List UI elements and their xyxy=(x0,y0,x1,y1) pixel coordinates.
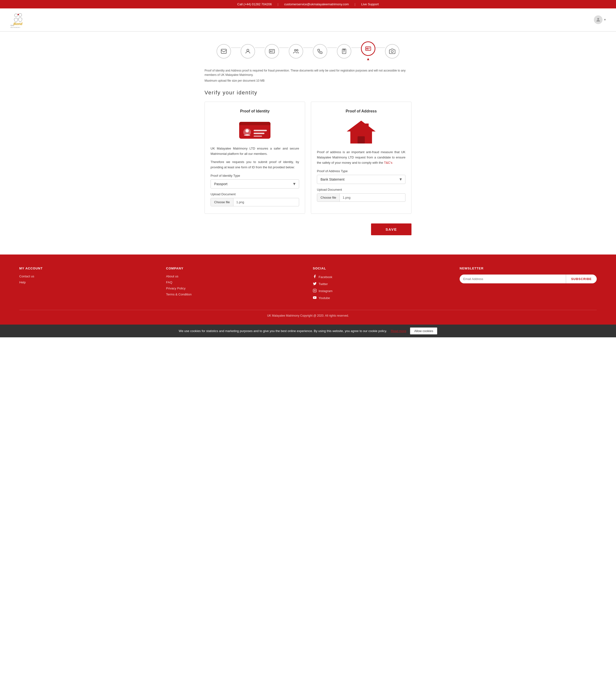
cards-container: Proof of Identity xyxy=(205,102,411,214)
connector-3 xyxy=(279,47,289,48)
svg-point-5 xyxy=(597,18,599,20)
user-avatar xyxy=(594,15,603,24)
cookie-read-more[interactable]: Read more xyxy=(391,329,406,333)
chevron-down-icon: ▼ xyxy=(604,18,606,22)
proof-address-icon xyxy=(317,118,406,145)
svg-rect-23 xyxy=(253,135,262,137)
proof-address-title: Proof of Address xyxy=(317,109,406,114)
top-bar: Call (+44) 01282 704206 | customerservic… xyxy=(0,0,616,8)
footer-link-terms[interactable]: Terms & Condition xyxy=(166,293,303,296)
instagram-icon xyxy=(313,289,317,293)
connector-5 xyxy=(327,47,337,48)
svg-rect-27 xyxy=(357,136,365,143)
identity-type-label: Proof of Identity Type xyxy=(210,174,299,177)
social-twitter[interactable]: Twitter xyxy=(313,282,450,286)
svg-point-15 xyxy=(391,51,393,53)
phone-number: Call (+44) 01282 704206 xyxy=(237,2,272,6)
divider1: | xyxy=(278,2,278,6)
footer-link-help[interactable]: Help xyxy=(19,281,157,284)
step-circle-camera xyxy=(385,44,400,59)
footer-link-contact[interactable]: Contact us xyxy=(19,274,157,278)
svg-rect-22 xyxy=(253,133,265,134)
identity-file-input: Choose file 1.png xyxy=(210,198,299,206)
footer-newsletter-title: NEWSLETTER xyxy=(459,266,597,270)
twitter-label: Twitter xyxy=(318,282,328,286)
connector-4 xyxy=(303,47,313,48)
address-choose-file-btn[interactable]: Choose file xyxy=(317,194,340,201)
step-phone xyxy=(313,44,327,59)
social-facebook[interactable]: Facebook xyxy=(313,274,450,279)
subscribe-button[interactable]: SUBSCRIBE xyxy=(566,274,597,283)
footer-company-title: COMPANY xyxy=(166,266,303,270)
section-title: Verify your identity xyxy=(205,90,411,96)
address-file-input: Choose file 1.png xyxy=(317,193,406,202)
save-container: SAVE xyxy=(205,223,411,235)
main-content: ▲ Proof of identity and Address proof is… xyxy=(200,32,416,255)
footer: MY ACCOUNT Contact us Help COMPANY About… xyxy=(0,255,616,325)
identity-desc1: UK Malayalee Matrimony LTD ensures a saf… xyxy=(210,146,299,157)
svg-rect-6 xyxy=(221,49,227,53)
facebook-label: Facebook xyxy=(318,275,332,279)
cookie-bar: We use cookies for statistics and market… xyxy=(0,325,616,337)
allow-cookies-button[interactable]: Allow cookies xyxy=(410,327,437,334)
footer-columns: MY ACCOUNT Contact us Help COMPANY About… xyxy=(19,266,597,303)
svg-rect-21 xyxy=(253,130,267,131)
footer-link-privacy[interactable]: Privacy Policy xyxy=(166,287,303,290)
live-support: Live Support xyxy=(361,2,379,6)
step-circle-verify xyxy=(361,41,375,56)
notice-text: Proof of identity and Address proof is r… xyxy=(205,68,411,77)
identity-type-select[interactable]: Passport Driving Licence National ID xyxy=(210,180,299,189)
user-menu[interactable]: ▼ xyxy=(594,15,606,24)
footer-company: COMPANY About us FAQ Privacy Policy Term… xyxy=(166,266,303,303)
cookie-text: We use cookies for statistics and market… xyxy=(179,329,387,333)
svg-point-11 xyxy=(297,50,298,51)
divider2: | xyxy=(355,2,355,6)
max-upload-text: Maximum upload file size per document 10… xyxy=(205,79,411,82)
logo[interactable]: U.K Bond MATRIMONY xyxy=(10,11,29,28)
newsletter-email-input[interactable] xyxy=(459,274,566,283)
social-youtube[interactable]: Youtube xyxy=(313,296,450,300)
step-active-arrow: ▲ xyxy=(366,57,370,61)
footer-my-account-title: MY ACCOUNT xyxy=(19,266,157,270)
step-circle-person xyxy=(241,44,255,59)
address-upload-label: Upload Document xyxy=(317,188,406,191)
address-type-label: Proof of Address Type xyxy=(317,169,406,173)
svg-point-7 xyxy=(247,49,249,51)
footer-newsletter: NEWSLETTER SUBSCRIBE xyxy=(459,266,597,303)
address-type-select[interactable]: Bank Statement Utility Bill Council Tax xyxy=(317,175,406,184)
svg-rect-25 xyxy=(365,124,369,129)
save-button[interactable]: SAVE xyxy=(371,223,411,235)
step-clipboard xyxy=(337,44,351,59)
identity-type-select-wrapper: Passport Driving Licence National ID ▼ xyxy=(210,180,299,189)
email-address: customerservice@ukmalayaleematrimony.com xyxy=(284,2,349,6)
proof-identity-card: Proof of Identity xyxy=(205,102,305,214)
footer-copyright: UK Malayalee Matrimony Copyright @ 2020.… xyxy=(19,310,597,317)
youtube-label: Youtube xyxy=(318,296,330,300)
identity-upload-label: Upload Document xyxy=(210,192,299,196)
footer-link-about[interactable]: About us xyxy=(166,274,303,278)
identity-choose-file-btn[interactable]: Choose file xyxy=(211,198,233,206)
footer-link-faq[interactable]: FAQ xyxy=(166,281,303,284)
svg-rect-18 xyxy=(239,124,270,125)
youtube-icon xyxy=(313,296,317,300)
step-circle-id xyxy=(265,44,279,59)
step-id xyxy=(265,44,279,59)
header: U.K Bond MATRIMONY ▼ xyxy=(0,8,616,31)
connector-1 xyxy=(231,47,241,48)
svg-rect-28 xyxy=(313,289,316,292)
address-desc: Proof of address is an important anti-fr… xyxy=(317,150,406,165)
proof-identity-icon xyxy=(210,118,299,141)
step-person xyxy=(241,44,255,59)
step-camera xyxy=(385,44,400,59)
social-instagram[interactable]: Instagram xyxy=(313,289,450,293)
tandc-link[interactable]: T&C's xyxy=(384,161,392,164)
connector-2 xyxy=(255,47,265,48)
svg-marker-24 xyxy=(347,121,376,131)
svg-text:MATRIMONY: MATRIMONY xyxy=(10,27,21,28)
svg-point-1 xyxy=(19,13,22,17)
footer-social: SOCIAL Facebook Twitter Instagram xyxy=(313,266,450,303)
footer-my-account: MY ACCOUNT Contact us Help xyxy=(19,266,157,303)
address-type-select-wrapper: Bank Statement Utility Bill Council Tax … xyxy=(317,175,406,184)
step-verify: ▲ xyxy=(361,41,375,61)
step-circle-group xyxy=(289,44,303,59)
